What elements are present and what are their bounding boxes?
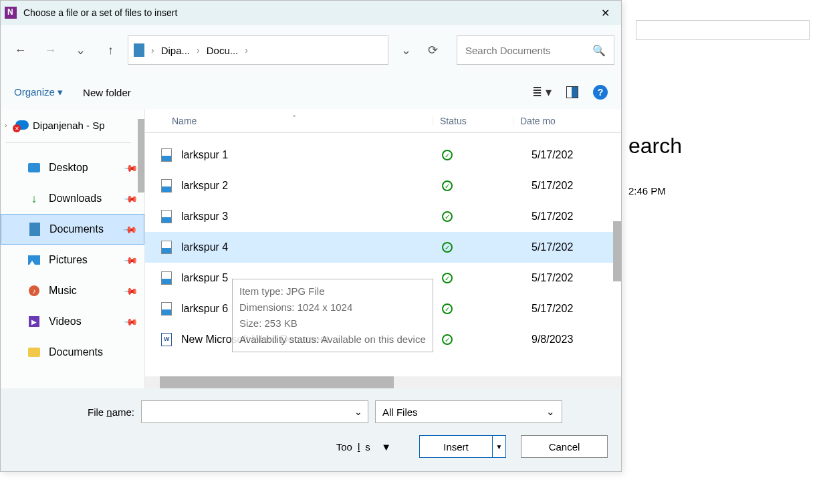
chevron-right-icon[interactable]: › [197,45,200,55]
sidebar-item-label: Documents [49,223,104,235]
cancel-button[interactable]: Cancel [521,435,608,458]
videos-icon: ▶ [29,316,39,327]
pin-icon[interactable]: 📌 [123,252,138,267]
pin-icon[interactable]: 📌 [123,160,138,175]
downloads-icon: ↓ [27,193,41,204]
column-header-date[interactable]: Date mo [513,116,621,126]
onedrive-icon: ✕ [15,120,29,130]
dialog-titlebar: Choose a file or a set of files to inser… [1,1,621,25]
filename-input[interactable]: ⌄ [141,400,368,423]
sidebar-scrollbar-thumb[interactable] [138,119,144,193]
view-menu-icon[interactable]: ≣ ▾ [532,85,552,100]
sidebar-item-documents[interactable]: Documents 📌 [1,214,144,245]
onenote-icon [5,7,17,19]
file-status-icon: ✓ [442,334,522,345]
column-header-name[interactable]: Name ˄ [145,116,433,126]
sidebar-item-label: Music [49,285,77,297]
file-date: 5/17/202 [532,241,621,253]
file-date: 9/8/2023 [532,334,621,346]
sidebar-item-downloads[interactable]: ↓ Downloads 📌 [1,183,144,214]
tools-menu[interactable]: Tools ▼ [336,441,391,453]
breadcrumb[interactable]: › Dipa... › Docu... › [128,35,388,65]
horizontal-scrollbar[interactable] [145,376,621,388]
search-box[interactable]: 🔍 [457,35,614,65]
folder-type-icon [134,43,144,57]
file-status-icon: ✓ [442,180,522,191]
tree-label: Dipanjenah - Sp [33,120,105,131]
divider [6,142,131,143]
file-row[interactable]: larkspur 1 ✓ 5/17/202 [145,140,621,170]
file-status-icon: ✓ [442,211,522,222]
file-row[interactable]: larkspur 3 ✓ 5/17/202 [145,201,621,232]
bg-search-box[interactable] [636,20,810,40]
chevron-right-icon[interactable]: › [151,45,154,55]
refresh-button[interactable]: ⟳ [419,37,446,64]
sidebar-item-label: Pictures [49,254,88,266]
sidebar-item-documents2[interactable]: Documents [1,337,144,368]
error-badge-icon: ✕ [13,124,21,132]
search-input[interactable] [465,45,592,56]
sidebar-item-videos[interactable]: ▶ Videos 📌 [1,306,144,337]
organize-menu[interactable]: Organize ▾ [14,86,63,98]
nav-toolbar: ← → ⌄ ↑ › Dipa... › Docu... › ⌄ ⟳ 🔍 [1,25,621,76]
tree-onedrive[interactable]: › ✕ Dipanjenah - Sp [1,114,144,136]
file-date: 5/17/202 [532,303,621,315]
sidebar-item-desktop[interactable]: Desktop 📌 [1,152,144,183]
filename-label: File name: [88,406,134,418]
documents-icon [29,223,40,236]
insert-split-dropdown[interactable]: ▼ [492,436,505,457]
chevron-down-icon[interactable]: ⌄ [354,406,362,417]
pin-icon[interactable]: 📌 [123,191,138,206]
horizontal-scrollbar-thumb[interactable] [160,376,394,388]
forward-button[interactable]: → [37,37,64,64]
bg-timestamp: 2:46 PM [628,185,666,197]
file-type-icon [161,302,172,316]
file-row[interactable]: larkspur 2 ✓ 5/17/202 [145,170,621,201]
preview-pane-icon[interactable] [566,86,578,98]
sidebar-item-label: Videos [49,316,82,328]
sidebar-item-pictures[interactable]: Pictures 📌 [1,245,144,275]
folder-icon [28,348,40,357]
dialog-title: Choose a file or a set of files to inser… [23,7,589,18]
sort-indicator-icon: ˄ [292,114,296,124]
breadcrumb-item[interactable]: Dipa... [161,45,190,56]
pin-icon[interactable]: 📌 [122,221,138,237]
chevron-down-icon[interactable]: ⌄ [546,406,555,418]
bg-heading: earch [628,134,682,158]
file-type-icon [161,148,172,162]
dialog-body: › ✕ Dipanjenah - Sp Desktop 📌 ↓ Download… [1,109,621,388]
breadcrumb-item[interactable]: Docu... [207,45,239,56]
file-status-icon: ✓ [442,150,522,160]
chevron-right-icon[interactable]: › [245,45,248,55]
vertical-scrollbar-thumb[interactable] [613,221,621,281]
expand-icon[interactable]: › [5,121,11,129]
recent-dropdown[interactable]: ⌄ [68,37,94,64]
file-type-icon [161,241,172,254]
command-bar: Organize ▾ New folder ≣ ▾ ? [1,76,621,109]
file-list-pane: Name ˄ Status Date mo LXL_WT_Why Organiz… [144,109,621,388]
up-button[interactable]: ↑ [98,37,124,64]
sidebar-item-music[interactable]: ♪ Music 📌 [1,275,144,306]
back-button[interactable]: ← [7,37,33,64]
desktop-icon [28,163,40,172]
file-status-icon: ✓ [442,242,522,253]
file-date: 5/17/202 [532,272,621,284]
column-headers: Name ˄ Status Date mo [145,109,621,133]
file-row[interactable]: LXL_WT_Why Organizing Your Data Is Criti… [145,133,621,140]
column-header-status[interactable]: Status [433,116,513,126]
file-status-icon: ✓ [442,303,522,314]
close-button[interactable]: ✕ [589,1,621,25]
file-tooltip: Item type: JPG File Dimensions: 1024 x 1… [232,279,433,352]
file-name: larkspur 4 [181,241,433,253]
insert-button[interactable]: Insert ▼ [419,435,506,458]
pin-icon[interactable]: 📌 [123,283,138,298]
new-folder-button[interactable]: New folder [83,87,131,98]
pin-icon[interactable]: 📌 [123,313,138,329]
search-icon[interactable]: 🔍 [592,44,606,57]
help-icon[interactable]: ? [593,85,608,100]
file-date: 5/17/202 [532,211,621,223]
address-dropdown[interactable]: ⌄ [392,37,419,64]
filetype-select[interactable]: All Files ⌄ [375,400,562,423]
file-status-icon: ✓ [442,273,522,283]
file-row[interactable]: larkspur 4 ✓ 5/17/202 [145,232,621,263]
